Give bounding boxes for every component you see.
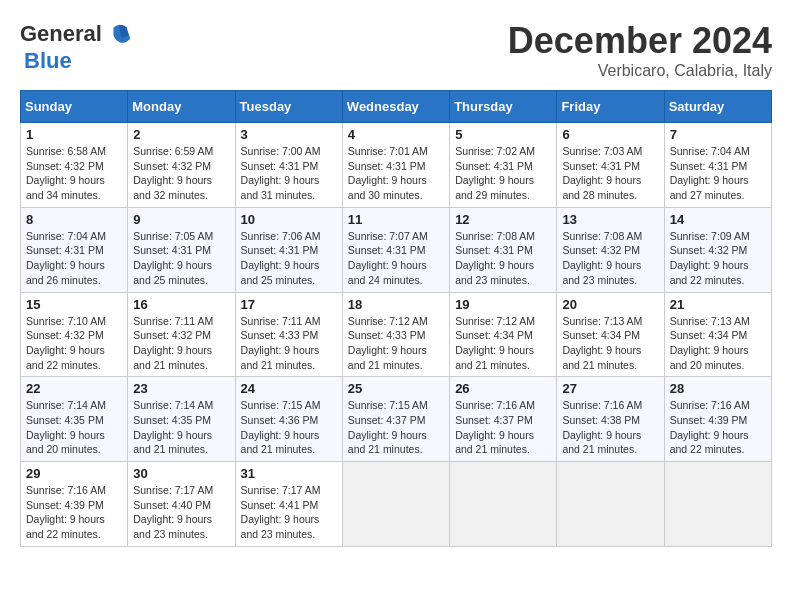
table-row	[342, 462, 449, 547]
table-row: 23 Sunrise: 7:14 AMSunset: 4:35 PMDaylig…	[128, 377, 235, 462]
location: Verbicaro, Calabria, Italy	[508, 62, 772, 80]
day-number: 6	[562, 127, 658, 142]
day-number: 17	[241, 297, 337, 312]
table-row: 3 Sunrise: 7:00 AMSunset: 4:31 PMDayligh…	[235, 123, 342, 208]
day-number: 21	[670, 297, 766, 312]
cell-text: Sunrise: 7:14 AMSunset: 4:35 PMDaylight:…	[133, 399, 213, 455]
day-number: 20	[562, 297, 658, 312]
table-row: 18 Sunrise: 7:12 AMSunset: 4:33 PMDaylig…	[342, 292, 449, 377]
table-row: 30 Sunrise: 7:17 AMSunset: 4:40 PMDaylig…	[128, 462, 235, 547]
day-number: 3	[241, 127, 337, 142]
day-number: 27	[562, 381, 658, 396]
calendar-week-2: 8 Sunrise: 7:04 AMSunset: 4:31 PMDayligh…	[21, 207, 772, 292]
table-row: 16 Sunrise: 7:11 AMSunset: 4:32 PMDaylig…	[128, 292, 235, 377]
col-sunday: Sunday	[21, 91, 128, 123]
cell-text: Sunrise: 7:04 AMSunset: 4:31 PMDaylight:…	[26, 230, 106, 286]
logo-general-text: General	[20, 21, 102, 47]
table-row: 4 Sunrise: 7:01 AMSunset: 4:31 PMDayligh…	[342, 123, 449, 208]
cell-text: Sunrise: 7:00 AMSunset: 4:31 PMDaylight:…	[241, 145, 321, 201]
cell-text: Sunrise: 7:15 AMSunset: 4:36 PMDaylight:…	[241, 399, 321, 455]
cell-text: Sunrise: 7:17 AMSunset: 4:41 PMDaylight:…	[241, 484, 321, 540]
table-row: 28 Sunrise: 7:16 AMSunset: 4:39 PMDaylig…	[664, 377, 771, 462]
cell-text: Sunrise: 7:13 AMSunset: 4:34 PMDaylight:…	[670, 315, 750, 371]
cell-text: Sunrise: 7:05 AMSunset: 4:31 PMDaylight:…	[133, 230, 213, 286]
day-number: 15	[26, 297, 122, 312]
day-number: 13	[562, 212, 658, 227]
table-row	[450, 462, 557, 547]
table-row: 10 Sunrise: 7:06 AMSunset: 4:31 PMDaylig…	[235, 207, 342, 292]
cell-text: Sunrise: 6:59 AMSunset: 4:32 PMDaylight:…	[133, 145, 213, 201]
day-number: 1	[26, 127, 122, 142]
day-number: 10	[241, 212, 337, 227]
day-number: 23	[133, 381, 229, 396]
calendar-week-3: 15 Sunrise: 7:10 AMSunset: 4:32 PMDaylig…	[21, 292, 772, 377]
table-row: 22 Sunrise: 7:14 AMSunset: 4:35 PMDaylig…	[21, 377, 128, 462]
table-row: 27 Sunrise: 7:16 AMSunset: 4:38 PMDaylig…	[557, 377, 664, 462]
table-row: 8 Sunrise: 7:04 AMSunset: 4:31 PMDayligh…	[21, 207, 128, 292]
day-number: 14	[670, 212, 766, 227]
table-row: 29 Sunrise: 7:16 AMSunset: 4:39 PMDaylig…	[21, 462, 128, 547]
cell-text: Sunrise: 7:11 AMSunset: 4:32 PMDaylight:…	[133, 315, 213, 371]
day-number: 19	[455, 297, 551, 312]
day-number: 11	[348, 212, 444, 227]
table-row: 15 Sunrise: 7:10 AMSunset: 4:32 PMDaylig…	[21, 292, 128, 377]
table-row: 9 Sunrise: 7:05 AMSunset: 4:31 PMDayligh…	[128, 207, 235, 292]
day-number: 29	[26, 466, 122, 481]
table-row: 24 Sunrise: 7:15 AMSunset: 4:36 PMDaylig…	[235, 377, 342, 462]
table-row: 19 Sunrise: 7:12 AMSunset: 4:34 PMDaylig…	[450, 292, 557, 377]
day-number: 28	[670, 381, 766, 396]
day-number: 16	[133, 297, 229, 312]
col-friday: Friday	[557, 91, 664, 123]
cell-text: Sunrise: 7:12 AMSunset: 4:34 PMDaylight:…	[455, 315, 535, 371]
cell-text: Sunrise: 7:12 AMSunset: 4:33 PMDaylight:…	[348, 315, 428, 371]
cell-text: Sunrise: 7:10 AMSunset: 4:32 PMDaylight:…	[26, 315, 106, 371]
cell-text: Sunrise: 7:06 AMSunset: 4:31 PMDaylight:…	[241, 230, 321, 286]
calendar-table: Sunday Monday Tuesday Wednesday Thursday…	[20, 90, 772, 547]
table-row	[557, 462, 664, 547]
logo-icon	[106, 20, 134, 48]
title-block: December 2024 Verbicaro, Calabria, Italy	[508, 20, 772, 80]
day-number: 2	[133, 127, 229, 142]
cell-text: Sunrise: 7:17 AMSunset: 4:40 PMDaylight:…	[133, 484, 213, 540]
day-number: 7	[670, 127, 766, 142]
day-number: 5	[455, 127, 551, 142]
cell-text: Sunrise: 7:01 AMSunset: 4:31 PMDaylight:…	[348, 145, 428, 201]
cell-text: Sunrise: 7:15 AMSunset: 4:37 PMDaylight:…	[348, 399, 428, 455]
col-monday: Monday	[128, 91, 235, 123]
calendar-week-5: 29 Sunrise: 7:16 AMSunset: 4:39 PMDaylig…	[21, 462, 772, 547]
day-number: 8	[26, 212, 122, 227]
cell-text: Sunrise: 7:14 AMSunset: 4:35 PMDaylight:…	[26, 399, 106, 455]
table-row: 2 Sunrise: 6:59 AMSunset: 4:32 PMDayligh…	[128, 123, 235, 208]
cell-text: Sunrise: 7:07 AMSunset: 4:31 PMDaylight:…	[348, 230, 428, 286]
table-row: 25 Sunrise: 7:15 AMSunset: 4:37 PMDaylig…	[342, 377, 449, 462]
cell-text: Sunrise: 7:04 AMSunset: 4:31 PMDaylight:…	[670, 145, 750, 201]
table-row: 11 Sunrise: 7:07 AMSunset: 4:31 PMDaylig…	[342, 207, 449, 292]
col-thursday: Thursday	[450, 91, 557, 123]
day-number: 26	[455, 381, 551, 396]
table-row: 17 Sunrise: 7:11 AMSunset: 4:33 PMDaylig…	[235, 292, 342, 377]
day-number: 9	[133, 212, 229, 227]
cell-text: Sunrise: 7:03 AMSunset: 4:31 PMDaylight:…	[562, 145, 642, 201]
cell-text: Sunrise: 7:16 AMSunset: 4:37 PMDaylight:…	[455, 399, 535, 455]
logo: General Blue	[20, 20, 134, 74]
table-row: 5 Sunrise: 7:02 AMSunset: 4:31 PMDayligh…	[450, 123, 557, 208]
day-number: 30	[133, 466, 229, 481]
cell-text: Sunrise: 7:16 AMSunset: 4:39 PMDaylight:…	[26, 484, 106, 540]
cell-text: Sunrise: 7:13 AMSunset: 4:34 PMDaylight:…	[562, 315, 642, 371]
month-title: December 2024	[508, 20, 772, 62]
day-number: 25	[348, 381, 444, 396]
cell-text: Sunrise: 7:09 AMSunset: 4:32 PMDaylight:…	[670, 230, 750, 286]
table-row: 7 Sunrise: 7:04 AMSunset: 4:31 PMDayligh…	[664, 123, 771, 208]
cell-text: Sunrise: 7:11 AMSunset: 4:33 PMDaylight:…	[241, 315, 321, 371]
col-wednesday: Wednesday	[342, 91, 449, 123]
col-tuesday: Tuesday	[235, 91, 342, 123]
day-number: 22	[26, 381, 122, 396]
day-number: 4	[348, 127, 444, 142]
table-row: 1 Sunrise: 6:58 AMSunset: 4:32 PMDayligh…	[21, 123, 128, 208]
day-number: 18	[348, 297, 444, 312]
cell-text: Sunrise: 7:08 AMSunset: 4:32 PMDaylight:…	[562, 230, 642, 286]
calendar-header-row: Sunday Monday Tuesday Wednesday Thursday…	[21, 91, 772, 123]
table-row: 12 Sunrise: 7:08 AMSunset: 4:31 PMDaylig…	[450, 207, 557, 292]
table-row: 21 Sunrise: 7:13 AMSunset: 4:34 PMDaylig…	[664, 292, 771, 377]
cell-text: Sunrise: 6:58 AMSunset: 4:32 PMDaylight:…	[26, 145, 106, 201]
